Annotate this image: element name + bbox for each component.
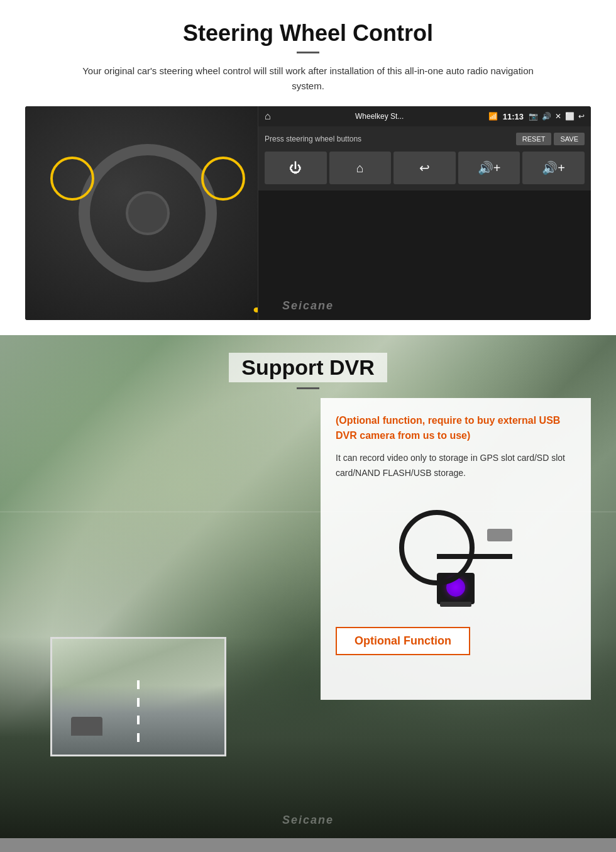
camera-mount-base bbox=[440, 602, 471, 607]
steering-wheel-outer bbox=[79, 144, 217, 282]
camera-icon: 📷 bbox=[529, 112, 538, 121]
dvr-car-visual bbox=[71, 717, 102, 736]
optional-function-button[interactable]: Optional Function bbox=[336, 627, 470, 655]
steering-wheel-photo: ➜ bbox=[25, 106, 270, 320]
dvr-description: It can record video only to storage in G… bbox=[336, 451, 576, 481]
bottom-band bbox=[0, 838, 616, 852]
swc-btn-group[interactable]: RESET SAVE bbox=[516, 133, 585, 145]
steering-wheel-control-section: Steering Wheel Control Your original car… bbox=[0, 0, 616, 335]
steering-wheel-center bbox=[126, 191, 170, 235]
title-divider bbox=[297, 52, 319, 53]
screen-icon: ⬜ bbox=[565, 112, 575, 121]
android-topbar: ⌂ Wheelkey St... 📶 11:13 📷 🔊 ✕ ⬜ ↩ bbox=[258, 106, 591, 126]
dvr-title-container: Support DVR bbox=[0, 335, 616, 397]
camera-body bbox=[399, 504, 512, 604]
swc-description: Your original car's steering wheel contr… bbox=[69, 64, 547, 94]
swc-power-icon[interactable]: ⏻ bbox=[265, 152, 327, 184]
steering-wheel-bg: ➜ bbox=[25, 106, 270, 320]
save-button[interactable]: SAVE bbox=[554, 133, 585, 145]
android-status-icons: 📷 🔊 ✕ ⬜ ↩ bbox=[529, 112, 585, 121]
dvr-title-divider bbox=[297, 387, 319, 389]
swc-back-icon[interactable]: ↩ bbox=[393, 152, 456, 184]
swc-home-icon[interactable]: ⌂ bbox=[329, 152, 392, 184]
swc-instruction: Press steering wheel buttons bbox=[265, 135, 361, 143]
dvr-watermark: Seicane bbox=[282, 814, 334, 827]
highlight-circle-left bbox=[50, 157, 94, 201]
reset-button[interactable]: RESET bbox=[516, 133, 552, 145]
swc-control-area: Press steering wheel buttons RESET SAVE … bbox=[258, 126, 591, 191]
volume-icon: 🔊 bbox=[542, 112, 551, 121]
android-screen: ⌂ Wheelkey St... 📶 11:13 📷 🔊 ✕ ⬜ ↩ Press… bbox=[258, 106, 591, 320]
swc-vol-up-icon[interactable]: 🔊+ bbox=[458, 152, 520, 184]
swc-composite-image: ➜ ⌂ Wheelkey St... 📶 11:13 📷 🔊 ✕ ⬜ ↩ bbox=[25, 106, 591, 320]
close-icon: ✕ bbox=[555, 112, 561, 121]
dvr-section: Support DVR (Optional function, require … bbox=[0, 335, 616, 838]
swc-title: Steering Wheel Control bbox=[25, 20, 591, 47]
android-icons: 📶 bbox=[488, 112, 498, 121]
camera-usb-plug bbox=[487, 529, 512, 541]
highlight-circle-right bbox=[201, 157, 245, 201]
swc-icons-row: ⏻ ⌂ ↩ 🔊+ 🔊+ bbox=[265, 152, 585, 184]
back-icon: ↩ bbox=[578, 112, 585, 121]
swc-watermark: Seicane bbox=[282, 299, 334, 313]
dvr-title: Support DVR bbox=[229, 353, 387, 382]
dvr-small-screenshot bbox=[50, 637, 226, 756]
android-time: 11:13 bbox=[503, 112, 524, 121]
home-icon: ⌂ bbox=[265, 111, 271, 122]
swc-control-header: Press steering wheel buttons RESET SAVE bbox=[265, 133, 585, 145]
camera-cable-coil bbox=[399, 510, 475, 585]
dvr-info-box: (Optional function, require to buy exter… bbox=[321, 398, 591, 700]
dvr-camera-image bbox=[336, 491, 576, 617]
android-app-title: Wheelkey St... bbox=[276, 112, 483, 121]
dvr-optional-text: (Optional function, require to buy exter… bbox=[336, 413, 576, 443]
swc-vol-down-icon[interactable]: 🔊+ bbox=[522, 152, 585, 184]
dvr-lane-marking bbox=[137, 673, 140, 742]
